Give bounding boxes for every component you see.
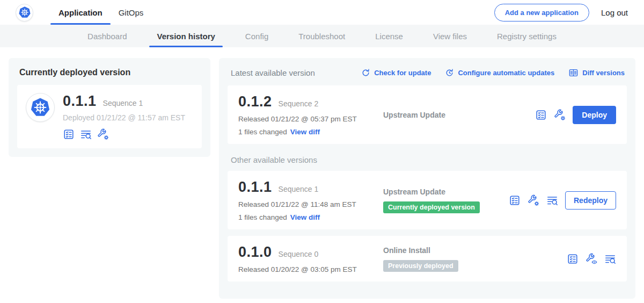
- configure-automatic-updates-label: Configure automatic updates: [458, 69, 554, 77]
- view-config-icon[interactable]: [586, 253, 597, 265]
- version-actions: Check for update Configure automatic upd…: [361, 68, 625, 78]
- version-sequence: Sequence 0: [279, 250, 319, 258]
- schedule-icon: [445, 68, 454, 77]
- version-actions-column: Deploy: [530, 106, 616, 124]
- release-notes-icon[interactable]: [80, 128, 92, 140]
- deployed-app-logo: [26, 93, 55, 122]
- version-source-column: Online Install Previously deployed: [377, 246, 561, 272]
- deployed-version-number: 0.1.1: [63, 93, 97, 110]
- kubernetes-logo-icon: [18, 5, 32, 19]
- view-diff-link[interactable]: View diff: [290, 128, 320, 136]
- version-source: Upstream Update: [383, 111, 530, 119]
- app-logo: [16, 4, 33, 21]
- deploy-button[interactable]: Deploy: [573, 106, 616, 124]
- edit-config-icon[interactable]: [528, 194, 539, 206]
- subnav-view-files[interactable]: View files: [418, 25, 482, 47]
- version-actions-column: Redeploy: [503, 191, 616, 210]
- version-source: Online Install: [383, 246, 561, 255]
- tab-gitops-label: GitOps: [119, 8, 144, 17]
- kots-admin-console: { "colors": { "accent": "#326DE6", "badg…: [0, 0, 644, 303]
- check-for-update-label: Check for update: [374, 69, 431, 77]
- version-source-column: Upstream Update Currently deployed versi…: [377, 187, 503, 213]
- release-notes-icon[interactable]: [604, 253, 616, 265]
- version-source: Upstream Update: [383, 187, 503, 196]
- released-timestamp: Released 01/20/22 @ 03:05 pm EST: [238, 265, 377, 273]
- version-source-column: Upstream Update: [377, 111, 530, 119]
- main-content: Currently deployed version 0: [0, 47, 644, 299]
- version-number: 0.1.1: [238, 179, 272, 196]
- deployed-timestamp: Deployed 01/21/22 @ 11:57 am EST: [63, 113, 185, 122]
- tab-gitops[interactable]: GitOps: [111, 0, 152, 25]
- version-sequence: Sequence 1: [279, 185, 319, 193]
- files-changed: 1 files changedView diff: [238, 128, 377, 136]
- version-sequence: Sequence 2: [279, 99, 319, 108]
- files-changed-label: 1 files changed: [238, 128, 287, 136]
- app-subnav: Dashboard Version history Config Trouble…: [0, 25, 644, 47]
- logout-button[interactable]: Log out: [601, 8, 628, 17]
- version-row-0-1-1: 0.1.1 Sequence 1 Released 01/21/22 @ 11:…: [228, 171, 627, 229]
- tab-application-label: Application: [58, 8, 103, 17]
- latest-version-title: Latest available version: [231, 68, 315, 77]
- deployed-sequence: Sequence 1: [103, 99, 143, 107]
- diff-versions-link[interactable]: Diff versions: [568, 68, 625, 78]
- edit-config-icon[interactable]: [97, 128, 109, 140]
- version-info: 0.1.0 Sequence 0 Released 01/20/22 @ 03:…: [238, 244, 377, 273]
- kubernetes-logo-icon: [29, 96, 52, 119]
- files-changed-label: 1 files changed: [238, 213, 287, 221]
- top-bar: Application GitOps Add a new application…: [0, 0, 644, 25]
- topbar-spacer: [151, 0, 494, 25]
- deployed-version-card: 0.1.1 Sequence 1 Deployed 01/21/22 @ 11:…: [17, 85, 202, 148]
- subnav-license[interactable]: License: [360, 25, 418, 47]
- version-info: 0.1.1 Sequence 1 Released 01/21/22 @ 11:…: [238, 179, 377, 221]
- subnav-dashboard[interactable]: Dashboard: [72, 25, 142, 47]
- tab-application[interactable]: Application: [50, 0, 111, 25]
- check-for-update-link[interactable]: Check for update: [361, 68, 431, 78]
- version-info: 0.1.2 Sequence 2 Released 01/21/22 @ 05:…: [238, 93, 377, 136]
- latest-version-header: Latest available version Check for updat…: [231, 68, 625, 78]
- add-application-button[interactable]: Add a new application: [494, 4, 589, 21]
- version-row-0-1-0: 0.1.0 Sequence 0 Released 01/20/22 @ 03:…: [228, 236, 627, 282]
- version-actions-column: [561, 253, 616, 265]
- deployed-version-info: 0.1.1 Sequence 1 Deployed 01/21/22 @ 11:…: [63, 93, 185, 140]
- preflight-checks-icon[interactable]: [63, 128, 75, 140]
- subnav-version-history[interactable]: Version history: [142, 25, 230, 47]
- released-timestamp: Released 01/21/22 @ 11:48 am EST: [238, 200, 377, 208]
- version-number: 0.1.0: [238, 244, 272, 261]
- files-changed: 1 files changedView diff: [238, 213, 377, 221]
- preflight-checks-icon[interactable]: [535, 109, 547, 121]
- view-diff-link[interactable]: View diff: [290, 213, 320, 221]
- release-notes-icon[interactable]: [546, 194, 558, 206]
- currently-deployed-panel: Currently deployed version 0: [9, 58, 210, 157]
- preflight-checks-icon[interactable]: [567, 253, 579, 265]
- preflight-checks-icon[interactable]: [509, 194, 521, 206]
- version-row-0-1-2: 0.1.2 Sequence 2 Released 01/21/22 @ 05:…: [228, 85, 627, 144]
- subnav-config[interactable]: Config: [230, 25, 283, 47]
- redeploy-button[interactable]: Redeploy: [565, 191, 616, 210]
- version-history-panel: Latest available version Check for updat…: [219, 58, 635, 299]
- version-number: 0.1.2: [238, 93, 272, 110]
- other-versions-title: Other available versions: [231, 155, 625, 164]
- edit-config-icon[interactable]: [554, 109, 566, 121]
- configure-automatic-updates-link[interactable]: Configure automatic updates: [445, 68, 554, 78]
- subnav-troubleshoot[interactable]: Troubleshoot: [283, 25, 360, 47]
- top-tabs: Application GitOps: [50, 0, 151, 25]
- currently-deployed-title: Currently deployed version: [19, 68, 201, 77]
- subnav-registry-settings[interactable]: Registry settings: [482, 25, 572, 47]
- previously-deployed-badge: Previously deployed: [383, 260, 458, 272]
- refresh-icon: [361, 68, 370, 77]
- released-timestamp: Released 01/21/22 @ 05:37 pm EST: [238, 115, 377, 123]
- currently-deployed-badge: Currently deployed version: [383, 201, 480, 213]
- diff-icon: [568, 68, 579, 78]
- diff-versions-label: Diff versions: [582, 69, 625, 77]
